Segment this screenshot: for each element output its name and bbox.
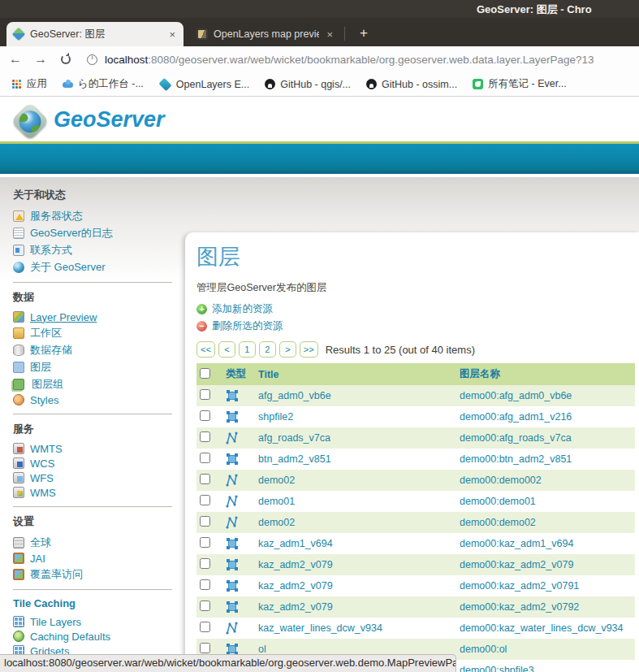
- sidebar-link[interactable]: 全球: [30, 535, 51, 550]
- layer-title-link[interactable]: afg_adm0_vb6e: [258, 390, 331, 401]
- row-checkbox[interactable]: [200, 495, 210, 505]
- layer-title-link[interactable]: btn_adm2_v851: [258, 453, 331, 465]
- add-resource-action[interactable]: 添加新的资源: [196, 302, 633, 316]
- pagination-page-2-button[interactable]: 2: [259, 341, 276, 358]
- sidebar-link[interactable]: WFS: [30, 472, 54, 484]
- layer-title-link[interactable]: demo02: [258, 517, 295, 528]
- tab-openlayers-preview[interactable]: OpenLayers map preview ×: [190, 22, 341, 46]
- sidebar-link[interactable]: Tile Layers: [30, 616, 81, 628]
- layer-type-cell: [222, 449, 255, 470]
- sidebar-item[interactable]: GeoServer的日志: [13, 224, 177, 241]
- sidebar-link[interactable]: 图层组: [32, 377, 63, 392]
- tab-geoserver[interactable]: GeoServer: 图层 ×: [6, 22, 183, 46]
- tab-close-icon[interactable]: ×: [167, 28, 177, 41]
- sidebar-item[interactable]: Layer Preview: [13, 310, 177, 324]
- pagination-first-button[interactable]: <<: [196, 341, 215, 358]
- sidebar-link[interactable]: 数据存储: [30, 343, 72, 358]
- layer-title-link[interactable]: shpfile2: [258, 411, 293, 423]
- sidebar-item[interactable]: 工作区: [13, 324, 177, 341]
- layer-title-link[interactable]: demo01: [258, 496, 295, 507]
- pagination-next-button[interactable]: >: [279, 341, 296, 358]
- url-bar[interactable]: localhost:8080/geoserver.war/web/wicket/…: [87, 49, 639, 70]
- back-button[interactable]: ←: [6, 50, 25, 69]
- layer-title-link[interactable]: kaz_adm1_v694: [258, 538, 333, 549]
- pagination-last-button[interactable]: >>: [300, 341, 318, 358]
- remove-resource-link[interactable]: 删除所选的资源: [212, 319, 283, 333]
- sidebar-link[interactable]: 覆盖率访问: [30, 567, 83, 582]
- sidebar-item[interactable]: 图层: [13, 358, 177, 375]
- sidebar-link[interactable]: WMTS: [30, 443, 63, 455]
- sidebar-link[interactable]: GeoServer的日志: [30, 226, 113, 241]
- row-checkbox[interactable]: [200, 389, 210, 400]
- sidebar-item[interactable]: WFS: [13, 470, 177, 485]
- row-checkbox[interactable]: [200, 474, 210, 484]
- row-checkbox[interactable]: [200, 643, 210, 653]
- layer-title-link[interactable]: afg_roads_v7ca: [258, 432, 330, 444]
- site-info-icon[interactable]: [87, 54, 97, 65]
- bookmark-item[interactable]: GitHub - qgis/...: [261, 76, 355, 93]
- select-all-checkbox[interactable]: [200, 368, 210, 379]
- sidebar-item[interactable]: Caching Defaults: [13, 629, 177, 644]
- bookmark-item[interactable]: ら的工作台 -...: [58, 75, 148, 93]
- sidebar-link[interactable]: WMS: [30, 487, 56, 499]
- row-checkbox[interactable]: [200, 558, 210, 569]
- sidebar-link[interactable]: 服务器状态: [30, 209, 83, 223]
- column-header-type[interactable]: 类型: [222, 363, 255, 385]
- sidebar-item[interactable]: 数据存储: [13, 341, 177, 358]
- pagination-page-1-button[interactable]: 1: [239, 341, 256, 358]
- sidebar-item[interactable]: Styles: [13, 392, 177, 407]
- row-checkbox[interactable]: [200, 622, 210, 632]
- sidebar-link[interactable]: 图层: [30, 360, 51, 375]
- layer-title-link[interactable]: kaz_water_lines_dcw_v934: [258, 622, 382, 634]
- layer-title-link[interactable]: kaz_adm2_v079: [258, 580, 333, 592]
- row-checkbox[interactable]: [200, 453, 210, 463]
- row-checkbox[interactable]: [200, 579, 210, 590]
- bookmark-item[interactable]: OpenLayers E...: [155, 76, 253, 93]
- sidebar-item[interactable]: WMS: [13, 485, 177, 500]
- sidebar-item[interactable]: 覆盖率访问: [13, 566, 177, 583]
- sidebar-item[interactable]: 联系方式: [13, 241, 177, 258]
- sidebar-link[interactable]: Layer Preview: [30, 311, 97, 323]
- sidebar-link[interactable]: Caching Defaults: [30, 631, 110, 643]
- row-checkbox[interactable]: [200, 537, 210, 548]
- reload-button[interactable]: [56, 50, 76, 69]
- bookmark-item[interactable]: GitHub - ossim...: [362, 76, 461, 93]
- table-row: afg_adm0_vb6e demo00:afg_adm0_vb6e: [196, 385, 635, 406]
- sidebar-item[interactable]: WMTS: [13, 441, 177, 456]
- sidebar-link[interactable]: 工作区: [30, 326, 62, 340]
- sidebar-item[interactable]: 全球: [13, 534, 177, 551]
- sidebar-link[interactable]: 联系方式: [30, 243, 72, 258]
- sidebar-link[interactable]: 关于 GeoServer: [30, 260, 105, 275]
- sidebar-item[interactable]: Tile Layers: [13, 614, 177, 629]
- sidebar-item[interactable]: WCS: [13, 456, 177, 470]
- sidebar-link[interactable]: JAI: [30, 553, 45, 565]
- layer-preview-icon: [13, 311, 24, 323]
- row-checkbox[interactable]: [200, 431, 210, 442]
- bookmark-item[interactable]: 应用: [7, 75, 51, 93]
- new-tab-button[interactable]: +: [354, 24, 373, 43]
- geoserver-logo-icon: [11, 102, 50, 141]
- sidebar-link[interactable]: Styles: [30, 394, 58, 406]
- layer-title-link[interactable]: kaz_adm2_v079: [258, 559, 333, 570]
- pagination-prev-button[interactable]: <: [218, 341, 235, 358]
- row-checkbox[interactable]: [200, 516, 210, 527]
- sidebar-item[interactable]: JAI: [13, 551, 177, 566]
- layer-title-link[interactable]: ol: [258, 644, 266, 655]
- remove-resource-action[interactable]: 删除所选的资源: [196, 319, 633, 333]
- layer-title-link[interactable]: kaz_adm2_v079: [258, 601, 333, 613]
- sidebar-item[interactable]: 服务器状态: [13, 207, 177, 224]
- bookmark-item[interactable]: 所有笔记 - Ever...: [468, 75, 571, 93]
- sidebar-link[interactable]: WCS: [30, 457, 54, 470]
- tab-close-icon[interactable]: ×: [325, 28, 335, 41]
- sidebar-item[interactable]: 关于 GeoServer: [13, 258, 177, 275]
- column-header-title[interactable]: Title: [255, 363, 456, 385]
- sidebar-divider: [13, 589, 172, 591]
- row-checkbox[interactable]: [200, 600, 210, 611]
- add-resource-link[interactable]: 添加新的资源: [212, 302, 273, 316]
- forward-button[interactable]: →: [31, 50, 50, 69]
- workspace-icon: [13, 327, 24, 339]
- layer-title-link[interactable]: demo02: [258, 475, 295, 486]
- sidebar-item[interactable]: 图层组: [13, 375, 177, 392]
- row-checkbox[interactable]: [200, 410, 210, 421]
- column-header-name[interactable]: 图层名称: [456, 363, 635, 385]
